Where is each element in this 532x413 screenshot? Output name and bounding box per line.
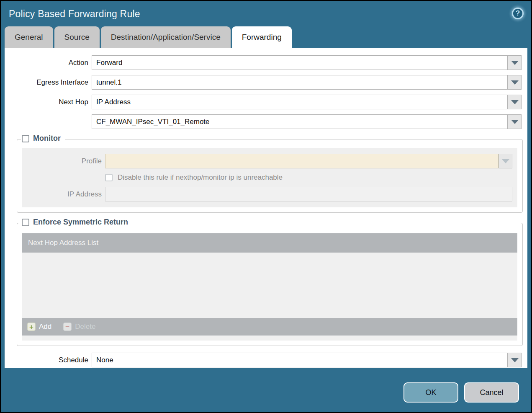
delete-button-label: Delete xyxy=(75,323,95,331)
add-button-label: Add xyxy=(39,323,51,331)
monitor-panel: Profile Disable this rule if nexthop/mon… xyxy=(22,148,517,207)
symmetric-return-legend: Enforce Symmetric Return xyxy=(21,218,132,227)
cancel-button-label: Cancel xyxy=(480,388,503,397)
tab-destination-label: Destination/Application/Service xyxy=(111,33,221,42)
chevron-down-icon xyxy=(511,358,519,362)
delete-button: − Delete xyxy=(63,323,95,331)
title-bar: Policy Based Forwarding Rule xyxy=(1,1,531,26)
ok-button-label: OK xyxy=(425,388,436,397)
chevron-down-icon xyxy=(511,100,519,104)
help-glyph: ? xyxy=(516,9,520,18)
next-hop-type-input[interactable] xyxy=(92,95,508,109)
symmetric-return-checkbox[interactable] xyxy=(22,219,29,226)
disable-rule-row: Disable this rule if nexthop/monitor ip … xyxy=(105,173,515,182)
next-hop-type-dropdown-button[interactable] xyxy=(508,95,522,109)
profile-input xyxy=(105,154,499,168)
tab-bar: General Source Destination/Application/S… xyxy=(5,26,531,48)
add-button[interactable]: + Add xyxy=(27,323,51,331)
disable-rule-label: Disable this rule if nexthop/monitor ip … xyxy=(118,173,283,182)
chevron-down-icon xyxy=(502,159,509,163)
dialog-title: Policy Based Forwarding Rule xyxy=(9,8,140,20)
tab-general-label: General xyxy=(15,33,43,42)
table-header: Next Hop Address List xyxy=(22,233,517,253)
profile-row: Profile xyxy=(22,154,515,168)
table-header-label: Next Hop Address List xyxy=(28,239,98,247)
symmetric-return-fieldset: Enforce Symmetric Return Next Hop Addres… xyxy=(17,223,523,346)
pbf-rule-dialog: Policy Based Forwarding Rule ? General S… xyxy=(0,0,532,413)
ok-button[interactable]: OK xyxy=(403,382,458,403)
chevron-down-icon xyxy=(511,61,519,65)
cancel-button[interactable]: Cancel xyxy=(464,382,519,403)
egress-interface-label: Egress Interface xyxy=(5,78,88,87)
dialog-footer: OK Cancel xyxy=(1,370,531,412)
plus-icon: + xyxy=(27,323,36,331)
schedule-input[interactable] xyxy=(92,353,508,367)
next-hop-address-input[interactable] xyxy=(92,114,508,129)
tab-forwarding[interactable]: Forwarding xyxy=(232,26,292,48)
table-body[interactable] xyxy=(22,253,517,318)
monitor-legend-label: Monitor xyxy=(33,134,61,143)
chevron-down-icon xyxy=(511,80,519,85)
monitor-legend: Monitor xyxy=(21,134,65,143)
egress-interface-input[interactable] xyxy=(92,75,508,90)
monitor-fieldset: Monitor Profile Disable this rule if nex… xyxy=(17,139,523,213)
disable-rule-checkbox xyxy=(105,174,113,181)
tab-source[interactable]: Source xyxy=(54,26,100,48)
next-hop-label: Next Hop xyxy=(5,98,88,106)
profile-dropdown-button xyxy=(499,154,512,168)
table-footer-strip xyxy=(22,336,517,341)
profile-label: Profile xyxy=(22,157,102,165)
next-hop-address-dropdown-button[interactable] xyxy=(508,114,522,129)
monitor-ip-address-input xyxy=(105,187,512,201)
next-hop-address-table: Next Hop Address List + Add − Delete xyxy=(22,233,517,341)
symmetric-return-legend-label: Enforce Symmetric Return xyxy=(33,218,128,227)
tab-source-label: Source xyxy=(64,33,90,42)
schedule-dropdown-button[interactable] xyxy=(508,353,522,367)
schedule-row: Schedule xyxy=(5,353,527,367)
help-icon[interactable]: ? xyxy=(512,8,524,19)
tab-forwarding-label: Forwarding xyxy=(242,33,282,42)
monitor-ip-address-label: IP Address xyxy=(22,190,102,199)
action-input[interactable] xyxy=(92,55,508,70)
egress-interface-dropdown-button[interactable] xyxy=(508,75,522,90)
monitor-ip-address-row: IP Address xyxy=(22,187,515,201)
chevron-down-icon xyxy=(511,120,519,124)
minus-icon: − xyxy=(63,323,72,331)
action-label: Action xyxy=(5,59,88,67)
next-hop-row: Next Hop xyxy=(5,95,527,109)
egress-interface-row: Egress Interface xyxy=(5,75,527,90)
tab-general[interactable]: General xyxy=(5,26,53,48)
forwarding-tab-panel: Action Egress Interface Next Hop xyxy=(5,48,527,368)
action-row: Action xyxy=(5,55,527,70)
schedule-label: Schedule xyxy=(5,356,88,364)
action-dropdown-button[interactable] xyxy=(508,55,522,70)
monitor-checkbox[interactable] xyxy=(22,135,29,142)
tab-destination-application-service[interactable]: Destination/Application/Service xyxy=(101,26,231,48)
table-toolbar: + Add − Delete xyxy=(22,318,517,336)
next-hop-address-row xyxy=(5,114,527,129)
